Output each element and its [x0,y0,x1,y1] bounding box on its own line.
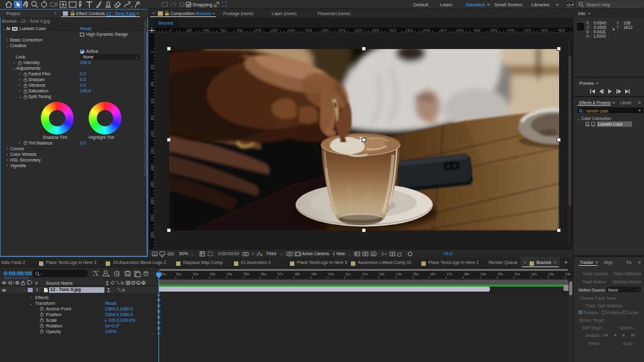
svg-text:2000: 2000 [151,214,154,221]
svg-text:1800: 1800 [151,197,154,204]
svg-text:1600: 1600 [151,181,154,188]
svg-text:200: 200 [151,64,154,69]
svg-text:400: 400 [151,81,154,86]
svg-text:#: # [35,281,38,285]
svg-text:1000: 1000 [151,130,154,137]
svg-text:fx: fx [121,281,125,285]
svg-text:0: 0 [151,51,154,53]
svg-text:1200: 1200 [151,147,154,154]
svg-text:Snapping: Snapping [192,2,213,8]
svg-text:2200: 2200 [151,231,154,238]
svg-text:fx: fx [122,288,126,292]
svg-text:1400: 1400 [151,164,154,171]
svg-text:800: 800 [151,115,154,120]
svg-text:600: 600 [151,98,154,103]
